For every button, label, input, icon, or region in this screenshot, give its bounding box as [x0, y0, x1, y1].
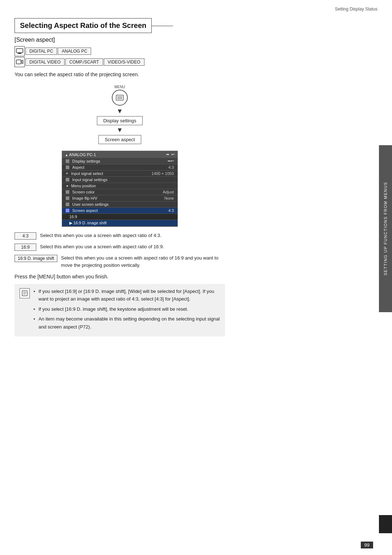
menu-icon: [112, 90, 128, 106]
osd-icon-2: ↩: [171, 152, 175, 157]
option-desc-16-9: Select this when you use a screen with a…: [40, 243, 164, 250]
osd-row-input-signal-select: ✳ Input signal select 1400 × 1050: [62, 171, 177, 177]
option-row-16-9: 16:9 Select this when you use a screen w…: [15, 243, 225, 251]
page-title: Selecting Aspect Ratio of the Screen: [20, 21, 146, 30]
description-text: You can select the aspect ratio of the p…: [15, 71, 225, 78]
osd-value-screen-aspect: 4:3: [168, 208, 174, 213]
option-desc-4-3: Select this when you use a screen with a…: [40, 232, 162, 239]
osd-row-display-settings: Display settings ▪▪↩: [62, 158, 177, 164]
flow-step2: Screen aspect: [98, 135, 141, 144]
osd-label-user-screen: User screen settings: [72, 202, 109, 207]
osd-row-image-flip: Image flip H/V None: [62, 195, 177, 201]
note-icon: [20, 288, 30, 298]
osd-value-input-signal: 1400 × 1050: [152, 171, 174, 176]
badge-row-2: DIGITAL VIDEO COMP./SCART VIDEO/S-VIDEO: [15, 57, 144, 67]
digital-pc-icon: [15, 46, 25, 56]
osd-value-aspect: 4:3: [168, 165, 174, 170]
osd-title: ▲ ANALOG PC-1: [65, 152, 96, 157]
osd-label-image-shift: ▶ 16:9 D. image shift: [69, 221, 107, 225]
badge-video-s-video: VIDEO/S-VIDEO: [104, 58, 144, 66]
menu-label: MENU: [114, 85, 125, 89]
menu-flow: MENU ▼ Display settings ▼ Screen aspect: [83, 85, 156, 145]
badge-digital-pc: DIGITAL PC: [25, 48, 57, 55]
badge-comp-scart: COMP./SCART: [65, 58, 103, 66]
osd-label-menu-position: Menu position: [71, 184, 96, 188]
svg-rect-3: [16, 60, 21, 64]
digital-video-icon: [15, 57, 25, 67]
title-box: Selecting Aspect Ratio of the Screen: [15, 18, 152, 33]
osd-header-icons: ▪▪↩: [168, 159, 174, 163]
main-content: Selecting Aspect Ratio of the Screen [Sc…: [15, 18, 225, 336]
note-item-1: If you select [16:9] or [16:9 D. image s…: [33, 287, 220, 303]
right-sidebar: SETTING UP FUNCTIONS FROM MENUS: [379, 145, 392, 312]
osd-row-screen-aspect: Screen aspect 4:3: [62, 208, 177, 214]
header-title: Setting Display Status: [335, 7, 377, 12]
osd-value-image-flip: None: [164, 196, 174, 200]
note-content: If you select [16:9] or [16:9 D. image s…: [33, 287, 220, 333]
svg-rect-1: [19, 53, 21, 53]
osd-row-menu-position: ✦ Menu position: [62, 183, 177, 189]
badge-digital-video: DIGITAL VIDEO: [25, 58, 65, 66]
osd-label-screen-aspect: Screen aspect: [72, 208, 98, 213]
osd-label-display-settings: Display settings: [72, 159, 100, 163]
osd-label-aspect: Aspect: [72, 165, 85, 170]
note-item-3: An item may become unavailable in this s…: [33, 315, 220, 331]
page-header: Setting Display Status: [335, 7, 377, 12]
section-label: [Screen aspect]: [15, 37, 225, 43]
press-note: Press the [MENU] button when you finish.: [15, 274, 225, 279]
flow-arrow-1: ▼: [117, 107, 123, 115]
osd-row-screen-color: Screen color Adjust: [62, 189, 177, 195]
osd-row-user-screen: User screen settings: [62, 201, 177, 208]
note-box: If you select [16:9] or [16:9 D. image s…: [15, 284, 225, 336]
osd-label-169: 16:9: [69, 215, 77, 219]
osd-submenu-image-shift: ▶ 16:9 D. image shift: [62, 220, 177, 227]
option-row-4-3: 4:3 Select this when you use a screen wi…: [15, 232, 225, 240]
flow-step1: Display settings: [97, 116, 142, 125]
osd-submenu-169: 16:9: [62, 214, 177, 220]
sidebar-text: SETTING UP FUNCTIONS FROM MENUS: [383, 182, 388, 276]
osd-row-aspect: Aspect 4:3: [62, 164, 177, 171]
options-section: 4:3 Select this when you use a screen wi…: [15, 232, 225, 269]
dark-tab: [379, 515, 392, 533]
option-label-4-3: 4:3: [15, 232, 36, 240]
note-item-2: If you select [16:9 D. image shift], the…: [33, 305, 220, 313]
option-label-image-shift: 16:9 D. image shift: [15, 255, 57, 262]
badge-row-1: DIGITAL PC ANALOG PC: [15, 46, 91, 56]
osd-label-screen-color: Screen color: [72, 190, 95, 194]
osd-title-bar: ▲ ANALOG PC-1 ▪▪ ↩: [62, 151, 177, 158]
osd-value-screen-color: Adjust: [163, 190, 174, 194]
input-badges: DIGITAL PC ANALOG PC DIGITAL VIDEO COMP.…: [15, 46, 225, 67]
osd-row-input-signal-settings: Input signal settings: [62, 177, 177, 183]
option-row-image-shift: 16:9 D. image shift Select this when you…: [15, 254, 225, 269]
option-desc-image-shift: Select this when you use a screen with a…: [61, 254, 225, 269]
badge-analog-pc: ANALOG PC: [58, 48, 91, 55]
osd-label-image-flip: Image flip H/V: [72, 196, 97, 200]
osd-label-input-signal-settings: Input signal settings: [72, 177, 107, 182]
svg-rect-0: [16, 49, 23, 53]
page-number: 99: [361, 542, 373, 548]
osd-icons: ▪▪ ↩: [166, 152, 175, 157]
osd-label-input-signal-select: Input signal select: [71, 171, 103, 176]
svg-rect-2: [17, 53, 22, 54]
osd-menu: ▲ ANALOG PC-1 ▪▪ ↩ Display settings ▪▪↩ …: [62, 151, 178, 227]
osd-icon-1: ▪▪: [166, 152, 169, 157]
option-label-16-9: 16:9: [15, 244, 36, 251]
flow-arrow-2: ▼: [117, 126, 123, 134]
